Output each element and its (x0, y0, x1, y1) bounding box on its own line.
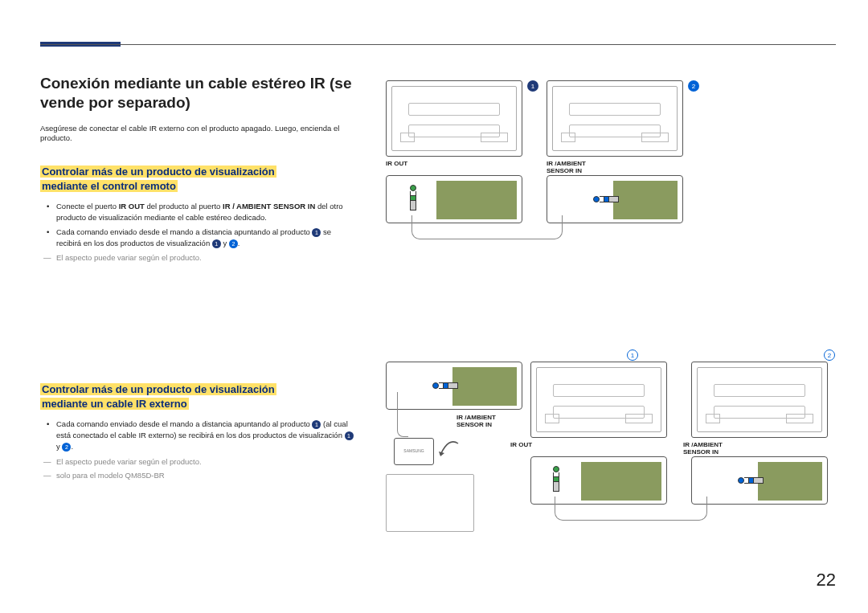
tag-1: 1 (527, 80, 538, 92)
highlighted-text: Controlar más de un producto de visualiz… (40, 166, 276, 178)
audio-jack-green (553, 466, 559, 495)
highlighted-text: mediante el control remoto (40, 180, 178, 192)
port-label-irambient: IR /AMBIENTSENSOR IN (547, 161, 586, 175)
port-label-irambient: IR /AMBIENTSENSOR IN (683, 442, 723, 456)
text: Cada comando enviado desde el mando a di… (56, 227, 312, 236)
footnote: El aspecto puede variar según el product… (40, 253, 358, 262)
text: IR /AMBIENT (457, 414, 496, 421)
tag-2: 2 (688, 80, 699, 92)
number-badge-1: 1 (312, 420, 321, 429)
port-label-irout: IR OUT (510, 442, 532, 449)
highlighted-text: Controlar más de un producto de visualiz… (40, 383, 276, 395)
audio-jack-green (410, 185, 416, 214)
page-rule (40, 44, 836, 45)
left-column: Conexión mediante un cable estéreo IR (s… (40, 74, 358, 480)
section-2: Controlar más de un producto de visualiz… (40, 382, 358, 479)
section-1: Controlar más de un producto de visualiz… (40, 165, 358, 262)
port-green-area (613, 181, 678, 219)
text: y (221, 239, 229, 247)
bullet-list: Conecte el puerto IR OUT del producto al… (40, 201, 358, 248)
display-1-back (530, 362, 667, 438)
bullet-list: Cada comando enviado desde el mando a di… (40, 419, 358, 452)
number-badge-1: 1 (345, 431, 354, 440)
display-2-back (691, 362, 828, 438)
bold-text: IR / AMBIENT SENSOR IN (223, 202, 315, 210)
text: . (71, 442, 73, 451)
cable (411, 215, 563, 239)
footnote: El aspecto puede variar según el product… (40, 457, 358, 466)
text: . (238, 239, 240, 247)
bullet-item: Cada comando enviado desde el mando a di… (56, 419, 358, 452)
highlighted-text: mediante un cable IR externo (40, 398, 189, 410)
number-badge-2: 2 (229, 239, 238, 248)
text: SENSOR IN (547, 167, 582, 174)
text: SENSOR IN (683, 448, 719, 456)
tag-1-outline: 1 (627, 349, 638, 361)
brand-label: SAMSUNG (395, 448, 433, 453)
text: del producto al puerto (145, 202, 223, 210)
aux-box (386, 474, 474, 532)
number-badge-2: 2 (62, 443, 71, 452)
number-badge-1: 1 (312, 228, 321, 237)
bullet-item: Cada comando enviado desde el mando a di… (56, 227, 358, 249)
port-green-area (758, 462, 822, 501)
text: Cada comando enviado desde el mando a di… (56, 419, 312, 428)
display-1-back (386, 80, 522, 157)
right-column: 1 2 IR OUT IR /AMBIENTSENSOR IN (386, 80, 836, 450)
text: y (56, 442, 62, 451)
text: IR /AMBIENT (683, 441, 723, 448)
cable (397, 392, 408, 437)
audio-jack-blue (432, 382, 461, 389)
text: IR /AMBIENT (547, 160, 586, 167)
ir-receiver-box: SAMSUNG (394, 438, 434, 465)
cable (555, 497, 707, 521)
intro-text: Asegúrese de conectar el cable IR extern… (40, 124, 358, 145)
page-title: Conexión mediante un cable estéreo IR (s… (40, 74, 358, 112)
text: SENSOR IN (457, 421, 492, 428)
port-label-irout: IR OUT (386, 161, 407, 168)
text: Conecte el puerto (56, 202, 119, 210)
page-number: 22 (817, 570, 836, 591)
footnote: solo para el modelo QM85D-BR (40, 471, 358, 480)
bullet-item: Conecte el puerto IR OUT del producto al… (56, 201, 358, 223)
port-green-area (581, 462, 661, 501)
port-green-area (436, 181, 517, 219)
section-2-heading: Controlar más de un producto de visualiz… (40, 382, 358, 411)
bold-text: IR OUT (119, 202, 145, 210)
port-label-irambient: IR /AMBIENTSENSOR IN (457, 415, 496, 429)
section-1-heading: Controlar más de un producto de visualiz… (40, 165, 358, 193)
audio-jack-blue (738, 477, 767, 484)
number-badge-1: 1 (212, 239, 221, 248)
display-2-back (547, 80, 683, 157)
audio-jack-blue (593, 196, 622, 202)
diagram-top: 1 2 IR OUT IR /AMBIENTSENSOR IN (386, 80, 836, 241)
arrow-icon (437, 435, 461, 458)
port-green-area (452, 367, 517, 406)
diagram-bottom: IR /AMBIENTSENSOR IN SAMSUNG 1 2 IR OUT … (386, 362, 836, 570)
tag-2-outline: 2 (824, 349, 835, 361)
